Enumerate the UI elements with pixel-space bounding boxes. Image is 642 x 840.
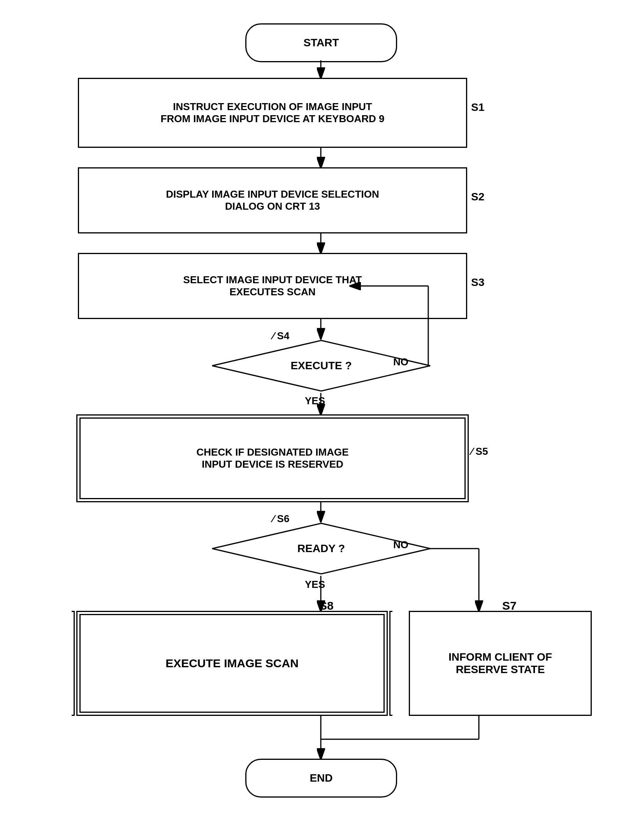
flowchart-diagram: START INSTRUCT EXECUTION OF IMAGE INPUTF… (0, 0, 642, 840)
s3-node: SELECT IMAGE INPUT DEVICE THATEXECUTES S… (78, 253, 467, 319)
s6-no-label: NO (393, 539, 408, 551)
s7-sub-label: S7 (502, 599, 517, 612)
s4-no-label: NO (393, 356, 408, 368)
s1-node: INSTRUCT EXECUTION OF IMAGE INPUTFROM IM… (78, 78, 467, 148)
s2-label: S2 (471, 191, 484, 203)
s6-label: ∕ S6 (273, 513, 289, 525)
s5-outer: CHECK IF DESIGNATED IMAGEINPUT DEVICE IS… (76, 414, 469, 502)
s5-label: ∕ S5 (471, 445, 488, 458)
s4-yes-label: YES (305, 395, 325, 407)
s1-label: S1 (471, 101, 484, 114)
s7-node: INFORM CLIENT OFRESERVE STATE (409, 611, 592, 716)
s4-label: ∕ S4 (273, 330, 289, 342)
end-node: END (245, 759, 397, 798)
start-node: START (245, 23, 397, 62)
s2-node: DISPLAY IMAGE INPUT DEVICE SELECTIONDIAL… (78, 167, 467, 233)
s6-yes-label: YES (305, 579, 325, 591)
s3-label: S3 (471, 276, 484, 289)
s8-sub-label: S8 (319, 599, 334, 612)
s8-node: EXECUTE IMAGE SCAN (76, 611, 388, 716)
